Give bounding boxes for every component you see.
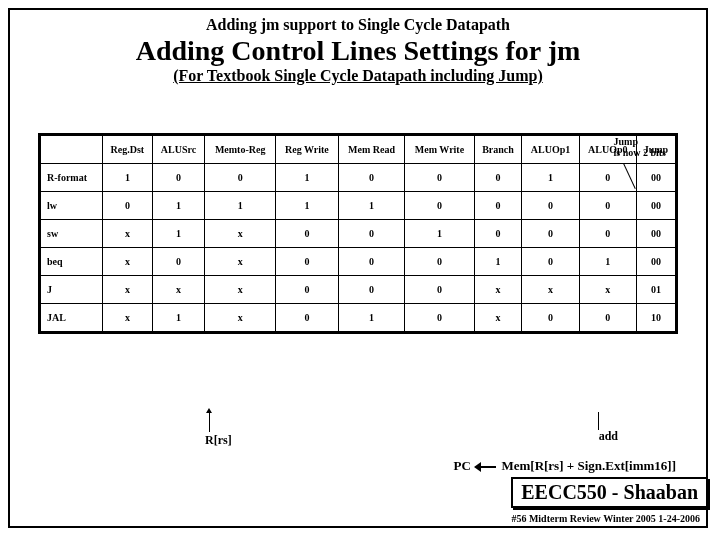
cell: 0 bbox=[338, 219, 405, 247]
pc-formula: PC Mem[R[rs] + Sign.Ext[imm16]] bbox=[454, 458, 676, 474]
annot-add: add bbox=[599, 429, 618, 444]
cell: x bbox=[152, 275, 204, 303]
cell: x bbox=[205, 219, 276, 247]
table-row: lw01111000000 bbox=[40, 191, 677, 219]
pc-lhs: PC bbox=[454, 458, 471, 473]
cell: x bbox=[205, 275, 276, 303]
course-box: EECC550 - Shaaban bbox=[511, 477, 708, 508]
col-aluop1: ALUOp1 bbox=[522, 134, 579, 163]
cell: 01 bbox=[636, 275, 676, 303]
cell: 00 bbox=[636, 219, 676, 247]
row-label: sw bbox=[40, 219, 103, 247]
row-label: R-format bbox=[40, 163, 103, 191]
cell: 0 bbox=[276, 303, 339, 332]
annot-rrs-arrow-icon bbox=[206, 408, 212, 413]
cell: 0 bbox=[102, 191, 152, 219]
cell: 0 bbox=[405, 191, 474, 219]
col-regdst: Reg.Dst bbox=[102, 134, 152, 163]
cell: 00 bbox=[636, 247, 676, 275]
cell: 0 bbox=[522, 247, 579, 275]
cell: x bbox=[205, 303, 276, 332]
table-header-row: Reg.Dst ALUSrc Memto-Reg Reg Write Mem R… bbox=[40, 134, 677, 163]
cell: 0 bbox=[579, 303, 636, 332]
table-row: beqx0x00010100 bbox=[40, 247, 677, 275]
cell: 1 bbox=[579, 247, 636, 275]
col-alusrc: ALUSrc bbox=[152, 134, 204, 163]
cell: 00 bbox=[636, 191, 676, 219]
table-body: R-format10010001000lw01111000000swx1x001… bbox=[40, 163, 677, 332]
cell: 0 bbox=[338, 163, 405, 191]
left-arrow-icon bbox=[474, 462, 498, 472]
cell: 0 bbox=[522, 191, 579, 219]
cell: 0 bbox=[474, 219, 522, 247]
cell: x bbox=[522, 275, 579, 303]
cell: x bbox=[102, 219, 152, 247]
cell: 1 bbox=[338, 303, 405, 332]
cell: 0 bbox=[205, 163, 276, 191]
cell: 0 bbox=[522, 303, 579, 332]
cell: 0 bbox=[276, 219, 339, 247]
slide-footer: #56 Midterm Review Winter 2005 1-24-2006 bbox=[511, 513, 700, 524]
slide-subtitle: (For Textbook Single Cycle Datapath incl… bbox=[10, 67, 706, 93]
cell: 1 bbox=[522, 163, 579, 191]
cell: 0 bbox=[152, 163, 204, 191]
cell: 0 bbox=[405, 247, 474, 275]
cell: 1 bbox=[405, 219, 474, 247]
cell: 0 bbox=[474, 163, 522, 191]
cell: 1 bbox=[152, 191, 204, 219]
cell: 1 bbox=[276, 163, 339, 191]
cell: 0 bbox=[579, 219, 636, 247]
cell: 0 bbox=[276, 247, 339, 275]
cell: 1 bbox=[102, 163, 152, 191]
cell: 0 bbox=[338, 275, 405, 303]
cell: x bbox=[474, 303, 522, 332]
pc-rhs: Mem[R[rs] + Sign.Ext[imm16]] bbox=[501, 458, 676, 473]
row-label: beq bbox=[40, 247, 103, 275]
row-label: J bbox=[40, 275, 103, 303]
col-memtoreg: Memto-Reg bbox=[205, 134, 276, 163]
slide-top-title: Adding jm support to Single Cycle Datapa… bbox=[10, 10, 706, 36]
cell: 1 bbox=[338, 191, 405, 219]
cell: 0 bbox=[405, 163, 474, 191]
slide-main-title: Adding Control Lines Settings for jm bbox=[10, 36, 706, 67]
cell: 0 bbox=[405, 303, 474, 332]
cell: 1 bbox=[474, 247, 522, 275]
slide: Adding jm support to Single Cycle Datapa… bbox=[8, 8, 708, 528]
table-row: R-format10010001000 bbox=[40, 163, 677, 191]
cell: 0 bbox=[152, 247, 204, 275]
annot-rrs: R[rs] bbox=[205, 433, 232, 448]
col-memwrite: Mem Write bbox=[405, 134, 474, 163]
col-regwrite: Reg Write bbox=[276, 134, 339, 163]
cell: x bbox=[102, 247, 152, 275]
cell: 0 bbox=[522, 219, 579, 247]
table-row: swx1x00100000 bbox=[40, 219, 677, 247]
cell: x bbox=[579, 275, 636, 303]
annot-add-line bbox=[598, 412, 599, 430]
cell: x bbox=[102, 275, 152, 303]
table-row: Jxxx000xxx01 bbox=[40, 275, 677, 303]
cell: x bbox=[205, 247, 276, 275]
cell: 1 bbox=[276, 191, 339, 219]
cell: x bbox=[474, 275, 522, 303]
col-blank bbox=[40, 134, 103, 163]
cell: 0 bbox=[405, 275, 474, 303]
col-memread: Mem Read bbox=[338, 134, 405, 163]
cell: 0 bbox=[276, 275, 339, 303]
cell: x bbox=[102, 303, 152, 332]
annot-rrs-line bbox=[209, 412, 210, 432]
control-lines-table: Reg.Dst ALUSrc Memto-Reg Reg Write Mem R… bbox=[38, 133, 678, 334]
cell: 10 bbox=[636, 303, 676, 332]
row-label: lw bbox=[40, 191, 103, 219]
row-label: JAL bbox=[40, 303, 103, 332]
cell: 0 bbox=[474, 191, 522, 219]
cell: 1 bbox=[152, 303, 204, 332]
cell: 1 bbox=[205, 191, 276, 219]
cell: 0 bbox=[579, 191, 636, 219]
cell: 1 bbox=[152, 219, 204, 247]
col-branch: Branch bbox=[474, 134, 522, 163]
table-row: JALx1x010x0010 bbox=[40, 303, 677, 332]
cell: 0 bbox=[338, 247, 405, 275]
